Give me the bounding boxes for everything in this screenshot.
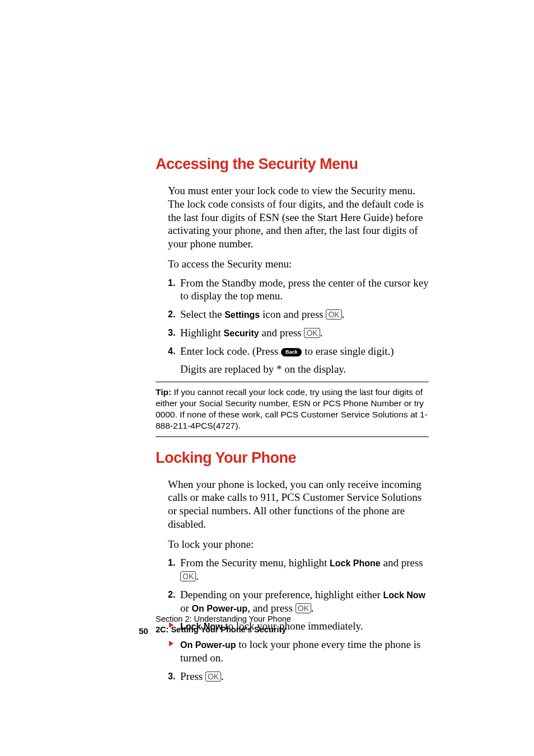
bullet-on-powerup: On Power-up to lock your phone every tim… [168,638,429,665]
steps-access-security: 1. From the Standby mode, press the cent… [168,276,429,358]
heading-locking-phone: Locking Your Phone [156,449,429,467]
step-3: 3. Highlight Security and press OK. [168,326,429,340]
section1-body: You must enter your lock code to view th… [156,184,429,376]
step-num: 2. [168,309,175,320]
step-num: 3. [168,671,175,682]
footer-section-label: Section 2: Understanding Your Phone [156,614,291,625]
step-num: 1. [168,557,175,569]
period: . [196,570,199,582]
tip-box: Tip: If you cannot recall your lock code… [156,382,429,437]
page-footer: Section 2: Understanding Your Phone 2C: … [156,614,291,636]
step-text: Depending on your preference, highlight … [180,589,383,600]
ok-key-icon: OK [205,672,221,682]
step-num: 3. [168,327,175,339]
step-1: 1. From the Security menu, highlight Loc… [168,556,429,583]
on-powerup-label: On Power-up [180,640,236,650]
lock-now-label: Lock Now [383,590,425,600]
page-number: 50 [139,626,148,636]
settings-label: Settings [224,310,260,320]
step-text: , and press [247,602,295,614]
triangle-bullet-icon [169,641,174,646]
period: . [342,308,345,320]
ok-key-icon: OK [326,309,341,320]
step-text: From the Standby mode, press the center … [180,277,429,302]
ok-key-icon: OK [296,603,311,613]
period: . [320,327,323,339]
step-text: or [180,602,192,614]
step-text: to erase single digit.) [302,345,394,357]
ok-key-icon: OK [304,328,320,338]
tip-label: Tip: [156,387,171,397]
step-num: 4. [168,346,175,357]
step-1: 1. From the Standby mode, press the cent… [168,276,429,303]
step-num: 2. [168,589,175,600]
tip-text: If you cannot recall your lock code, try… [156,387,428,430]
page-content: Accessing the Security Menu You must ent… [0,0,534,683]
step-2: 2. Depending on your preference, highlig… [168,588,429,615]
step-text: Highlight [180,327,224,339]
ok-key-icon: OK [180,571,196,581]
step-text: icon and press [260,308,326,320]
step-4: 4. Enter lock code. (Press Back to erase… [168,345,429,358]
step-text: Press [180,670,205,682]
footer-subsection-label: 2C: Setting Your Phone's Security [156,624,291,636]
period: . [221,670,224,682]
period: . [311,602,314,614]
steps-lock-phone-cont: 3. Press OK. [168,670,429,683]
intro-access-security: To access the Security menu: [168,257,429,271]
note-digits-asterisk: Digits are replaced by * on the display. [168,363,429,376]
step-text: From the Security menu, highlight [180,557,330,569]
section2-body: When your phone is locked, you can only … [156,478,429,683]
lock-phone-label: Lock Phone [330,558,381,568]
heading-accessing-security: Accessing the Security Menu [156,156,429,173]
step-text: and press [259,327,305,339]
intro-lock-phone: To lock your phone: [168,538,429,551]
step-text: and press [381,557,423,569]
security-label: Security [224,328,259,338]
step-text: Enter lock code. (Press [180,345,281,357]
on-powerup-label: On Power-up [192,604,248,613]
steps-lock-phone: 1. From the Security menu, highlight Loc… [168,556,429,614]
step-num: 1. [168,278,175,289]
para-locked-desc: When your phone is locked, you can only … [168,478,429,531]
step-3: 3. Press OK. [168,670,429,683]
para-lockcode-desc: You must enter your lock code to view th… [168,184,429,251]
back-key-icon: Back [281,348,302,356]
step-text: Select the [180,308,224,320]
step-2: 2. Select the Settings icon and press OK… [168,308,429,321]
